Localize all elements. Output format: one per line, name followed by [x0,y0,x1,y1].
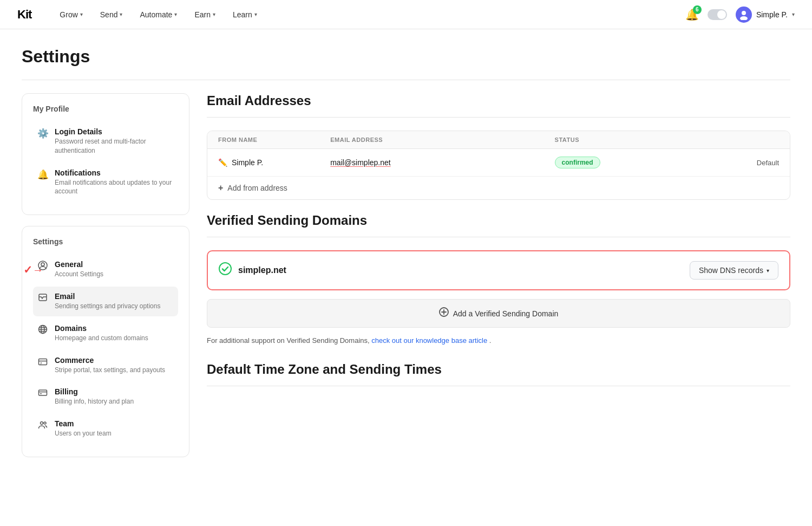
sidebar-item-general[interactable]: General Account Settings ✓→ [33,255,178,284]
nav-items: Grow ▾ Send ▾ Automate ▾ Earn ▾ Learn ▾ [53,7,263,22]
sidebar-item-commerce-text: Commerce Stripe portal, tax settings, an… [55,356,165,375]
notification-bell[interactable]: 🔔 6 [685,8,699,21]
sidebar-item-commerce[interactable]: Commerce Stripe portal, tax settings, an… [33,350,178,380]
knowledge-base-link[interactable]: check out our knowledge base article [371,336,487,345]
email-address-text: mail@simplep.net [330,158,390,167]
sidebar-item-billing[interactable]: Billing Billing info, history and plan [33,382,178,412]
col-from-name: FROM NAME [218,137,330,143]
sidebar-my-profile-label: My Profile [33,105,178,113]
nav-item-send[interactable]: Send ▾ [94,7,129,22]
sidebar-item-team-text: Team Users on your team [55,419,112,438]
svg-point-10 [41,422,43,425]
timezone-section-divider [207,386,790,386]
sidebar-item-notifications-title: Notifications [55,168,174,177]
support-text-before: For additional support on Verified Sendi… [207,336,370,345]
nav-label-earn: Earn [194,10,211,19]
chevron-down-icon: ▾ [120,11,122,17]
sidebar-item-domains-text: Domains Homepage and custom domains [55,324,148,343]
svg-point-11 [44,422,46,424]
sidebar-item-login-details[interactable]: ⚙️ Login Details Password reset and mult… [33,122,178,161]
svg-rect-9 [40,393,42,394]
show-dns-label: Show DNS records [699,266,763,275]
sidebar-item-billing-desc: Billing info, history and plan [55,397,134,406]
user-profile-menu[interactable]: Simple P. ▾ [736,7,795,23]
sidebar-item-commerce-title: Commerce [55,356,165,365]
user-name: Simple P. [756,10,788,19]
sidebar-item-team-title: Team [55,419,112,428]
chevron-down-icon: ▾ [80,11,83,17]
nav-label-grow: Grow [60,10,77,19]
email-section-divider [207,117,790,118]
nav-label-learn: Learn [233,10,252,19]
nav-item-automate[interactable]: Automate ▾ [133,7,184,22]
sidebar-item-email[interactable]: Email Sending settings and privacy optio… [33,287,178,316]
sidebar-item-domains-desc: Homepage and custom domains [55,334,148,343]
page-divider [22,80,790,80]
svg-rect-8 [39,390,47,395]
nav-label-send: Send [100,10,118,19]
commerce-icon [37,356,48,369]
top-navigation: Kit Grow ▾ Send ▾ Automate ▾ Earn ▾ Lear… [0,0,812,29]
domain-name: simplep.net [238,265,286,275]
add-domain-label: Add a Verified Sending Domain [453,309,559,318]
sidebar-item-billing-text: Billing Billing info, history and plan [55,387,134,406]
plus-icon: + [218,183,223,193]
col-default [667,137,779,143]
sidebar-item-team[interactable]: Team Users on your team [33,414,178,444]
svg-point-1 [740,16,748,20]
page-title: Settings [22,47,790,67]
svg-rect-7 [39,359,47,365]
add-verified-domain-button[interactable]: Add a Verified Sending Domain [207,299,790,328]
sidebar-item-notifications-desc: Email notifications about updates to you… [55,178,174,197]
sidebar-item-general-title: General [55,260,103,269]
page-content: Settings My Profile ⚙️ Login Details Pas… [0,29,812,485]
col-email-address: EMAIL ADDRESS [330,137,554,143]
sidebar-item-commerce-desc: Stripe portal, tax settings, and payouts [55,366,165,375]
chevron-down-icon: ▾ [792,11,795,17]
verified-domains-title: Verified Sending Domains [207,213,790,228]
main-layout: My Profile ⚙️ Login Details Password res… [22,93,790,468]
globe-icon [37,324,48,337]
sidebar-item-login-title: Login Details [55,127,174,136]
email-addresses-title: Email Addresses [207,93,790,108]
add-from-address-row[interactable]: + Add from address [207,177,790,199]
nav-item-grow[interactable]: Grow ▾ [53,7,89,22]
nav-right: 🔔 6 Simple P. ▾ [685,7,795,23]
email-address-cell: mail@simplep.net [330,158,554,167]
edit-icon[interactable]: ✏️ [218,158,227,167]
col-status: STATUS [555,137,667,143]
main-content: Email Addresses FROM NAME EMAIL ADDRESS … [207,93,790,399]
nav-item-learn[interactable]: Learn ▾ [226,7,264,22]
status-badge: confirmed [555,157,600,168]
theme-toggle[interactable] [708,9,727,20]
show-dns-button[interactable]: Show DNS records ▾ [690,261,778,280]
credit-card-icon [37,388,48,400]
support-text-after: . [489,336,492,345]
sidebar-item-domains-title: Domains [55,324,148,333]
nav-item-earn[interactable]: Earn ▾ [188,7,222,22]
chevron-down-icon: ▾ [213,11,215,17]
add-from-address-label: Add from address [227,184,287,192]
sidebar-item-login-text: Login Details Password reset and multi-f… [55,127,174,155]
timezone-title: Default Time Zone and Sending Times [207,362,790,377]
team-icon [37,420,48,432]
sidebar-item-team-desc: Users on your team [55,429,112,438]
svg-point-0 [742,11,746,15]
sidebar-item-notifications[interactable]: 🔔 Notifications Email notifications abou… [33,163,178,202]
domain-left: simplep.net [219,262,286,278]
bell-icon: 🔔 [37,169,48,180]
from-name-cell: ✏️ Simple P. [218,158,330,167]
chevron-down-icon: ▾ [254,11,257,17]
app-logo[interactable]: Kit [17,8,31,22]
sidebar-item-notifications-text: Notifications Email notifications about … [55,168,174,197]
sidebar-settings-section: Settings General Account Settings [22,226,189,457]
sidebar-item-domains[interactable]: Domains Homepage and custom domains [33,319,178,348]
sidebar-my-profile-section: My Profile ⚙️ Login Details Password res… [22,93,189,215]
sidebar-item-email-title: Email [55,292,160,301]
nav-label-automate: Automate [140,10,172,19]
email-table-header: FROM NAME EMAIL ADDRESS STATUS [207,131,790,149]
gear-icon: ⚙️ [37,128,48,139]
svg-point-12 [219,263,231,275]
email-addresses-table: FROM NAME EMAIL ADDRESS STATUS ✏️ Simple… [207,131,790,200]
plus-circle-icon [439,307,449,320]
